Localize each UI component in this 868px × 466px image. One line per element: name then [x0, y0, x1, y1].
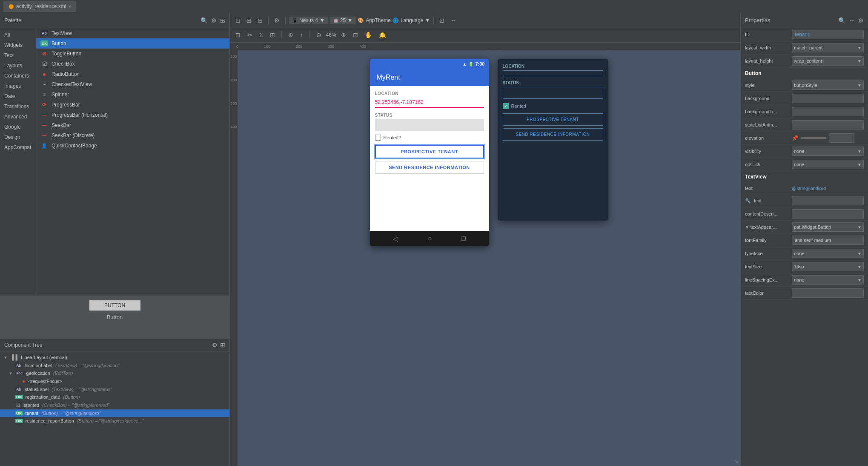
prop-id-input[interactable]: tenant — [792, 30, 864, 39]
widget-seekbar[interactable]: — SeekBar — [36, 120, 229, 130]
rented-checkbox[interactable] — [375, 135, 381, 141]
grid-icon[interactable]: ⊡ — [233, 16, 243, 25]
back-nav-icon[interactable]: ◁ — [393, 235, 398, 243]
tree-item-requestfocus[interactable]: ● <requestFocus> — [0, 377, 229, 385]
prop-statelistanim-input[interactable] — [792, 120, 864, 129]
tree-item-locationlabel[interactable]: Ab locationLabel (TextView) – "@string/l… — [0, 362, 229, 369]
prop-onclick-dropdown[interactable]: none ▼ — [792, 160, 864, 169]
plus-zoom-icon[interactable]: ⊕ — [339, 30, 348, 40]
minus-zoom-icon[interactable]: ⊖ — [314, 30, 324, 40]
props-settings-icon[interactable]: ⚙ — [858, 17, 864, 24]
close-tab-button[interactable]: × — [69, 4, 71, 9]
prop-layout-width-row: layout_width match_parent ▼ — [741, 41, 868, 55]
location-input[interactable] — [375, 98, 484, 108]
tree-item-isrented[interactable]: ☑ isrented (CheckBox) – "@string/isrente… — [0, 401, 229, 409]
recents-nav-icon[interactable]: □ — [461, 235, 466, 242]
props-search-icon[interactable]: 🔍 — [838, 17, 845, 24]
category-design[interactable]: Design — [0, 132, 36, 142]
tree-item-regdate[interactable]: OK registration_date (Button) — [0, 393, 229, 401]
prop-textappear-dropdown[interactable]: pat.Widget.Button ▼ — [792, 222, 864, 232]
prop-contentdescri-input[interactable] — [792, 209, 864, 219]
widget-progressbar-horizontal[interactable]: — ProgressBar (Horizontal) — [36, 110, 229, 120]
widget-spinner[interactable]: ≡ Spinner — [36, 89, 229, 100]
tree-layout-icon[interactable]: ⊞ — [220, 342, 225, 348]
zoom-icon[interactable]: ↔ — [448, 16, 458, 25]
category-advanced[interactable]: Advanced — [0, 112, 36, 122]
search-icon[interactable]: 🔍 — [201, 17, 208, 24]
tree-settings-icon[interactable]: ⚙ — [212, 342, 218, 348]
category-layouts[interactable]: Layouts — [0, 60, 36, 71]
tree-item-linearlayout[interactable]: ▼ ▐▐ LinearLayout (vertical) — [0, 353, 229, 362]
prop-textsize-dropdown[interactable]: 14sp ▼ — [792, 262, 864, 271]
widget-textview[interactable]: Ab TextView — [36, 28, 229, 38]
api-selector[interactable]: 🤖 25 ▼ — [330, 17, 356, 24]
prop-text2-input[interactable] — [792, 196, 864, 205]
prop-typeface-dropdown[interactable]: none ▼ — [792, 249, 864, 258]
prop-fontfamily-input[interactable]: ans-serif-medium — [792, 236, 864, 245]
widget-button[interactable]: OK Button — [36, 38, 229, 49]
palette-tool-icon[interactable]: ⚙ — [272, 16, 282, 25]
globe-icon: 🌐 — [392, 17, 399, 23]
prop-linespacing-dropdown[interactable]: none ▼ — [792, 275, 864, 285]
language-selector[interactable]: 🌐 Language ▼ — [392, 17, 430, 23]
grid-view-icon[interactable]: ⊞ — [268, 30, 277, 40]
settings-icon[interactable]: ⚙ — [211, 17, 217, 24]
dark-status-input[interactable] — [503, 87, 603, 99]
file-tab[interactable]: 🟠 activity_residence.xml × — [3, 1, 76, 12]
dark-rented-checkbox[interactable]: ✓ — [503, 103, 509, 109]
home-nav-icon[interactable]: ○ — [428, 235, 432, 242]
category-text[interactable]: Text — [0, 50, 36, 60]
elevation-input[interactable] — [829, 133, 854, 143]
up-arrow-icon[interactable]: ↑ — [298, 30, 305, 40]
prop-visibility-dropdown[interactable]: none ▼ — [792, 147, 864, 156]
dark-send-button[interactable]: SEND RESIDENCE INFORMATION — [503, 128, 603, 141]
widget-togglebutton[interactable]: ⊘ ToggleButton — [36, 49, 229, 59]
tree-item-geolocation[interactable]: ▼ abc geolocation (EditText) — [0, 369, 229, 377]
widget-quickcontactbadge[interactable]: 👤 QuickContactBadge — [36, 141, 229, 151]
xml-view-icon[interactable]: ⊡ — [233, 30, 243, 40]
prop-backgroundti-input[interactable] — [792, 107, 864, 116]
add-icon[interactable]: ⊕ — [286, 30, 295, 40]
prop-layout-width-dropdown[interactable]: match_parent ▼ — [792, 43, 864, 52]
category-transitions[interactable]: Transitions — [0, 101, 36, 112]
layout-grid-icon[interactable]: ⊞ — [244, 16, 254, 25]
layout-icon[interactable]: ⊞ — [220, 17, 225, 24]
view-options-icon[interactable]: ⊡ — [437, 16, 447, 25]
bell-icon[interactable]: 🔔 — [377, 30, 388, 40]
tree-item-reportbutton[interactable]: OK residence_reportButton (Button) – "@s… — [0, 417, 229, 425]
dark-prospective-button[interactable]: PROSPECTIVE TENANT — [503, 113, 603, 126]
prop-background-input[interactable] — [792, 94, 864, 103]
device-selector[interactable]: 📱 Nexus 4 ▼ — [289, 17, 328, 24]
elevation-slider[interactable] — [801, 137, 826, 139]
dark-location-input[interactable] — [503, 70, 603, 76]
prospective-tenant-button[interactable]: PROSPECTIVE TENANT — [375, 145, 484, 158]
widget-radiobutton[interactable]: ● RadioButton — [36, 69, 229, 79]
widget-checkedtextview[interactable]: ~ CheckedTextView — [36, 79, 229, 89]
widget-progressbar[interactable]: ⟳ ProgressBar — [36, 100, 229, 110]
status-dropdown[interactable] — [375, 119, 484, 131]
category-appcompat[interactable]: AppCompat — [0, 142, 36, 152]
tree-item-tenant[interactable]: OK tenant (Button) – "@string/landlord" — [0, 409, 229, 417]
theme-selector[interactable]: 🎨 AppTheme — [358, 17, 391, 23]
send-residence-button[interactable]: SEND RESIDENCE INFORMATION — [375, 161, 484, 174]
tree-item-statuslabel[interactable]: Ab statusLabel (TextView) – "@string/sta… — [0, 385, 229, 393]
scissors-icon[interactable]: ✂ — [245, 30, 255, 40]
widget-seekbar-discrete[interactable]: — SeekBar (Discrete) — [36, 130, 229, 141]
widget-checkbox[interactable]: ☑ CheckBox — [36, 59, 229, 69]
fit-icon[interactable]: ⊡ — [351, 30, 360, 40]
category-images[interactable]: Images — [0, 81, 36, 91]
category-containers[interactable]: Containers — [0, 71, 36, 81]
category-google[interactable]: Google — [0, 122, 36, 132]
props-sync-icon[interactable]: ↔ — [849, 17, 855, 24]
resize-handle[interactable]: ↘ — [734, 458, 739, 464]
hand-icon[interactable]: ✋ — [363, 30, 374, 40]
prop-layout-height-dropdown[interactable]: wrap_content ▼ — [792, 56, 864, 66]
prop-style-dropdown[interactable]: buttonStyle ▼ — [792, 81, 864, 90]
category-all[interactable]: All — [0, 30, 36, 40]
category-widgets[interactable]: Widgets — [0, 40, 36, 50]
prop-text-link[interactable]: @string/landlord — [792, 186, 826, 191]
category-date[interactable]: Date — [0, 91, 36, 101]
split-icon[interactable]: ⊟ — [255, 16, 265, 25]
sigma-icon[interactable]: Σ — [257, 30, 265, 40]
prop-textcolor-input[interactable] — [792, 288, 864, 298]
